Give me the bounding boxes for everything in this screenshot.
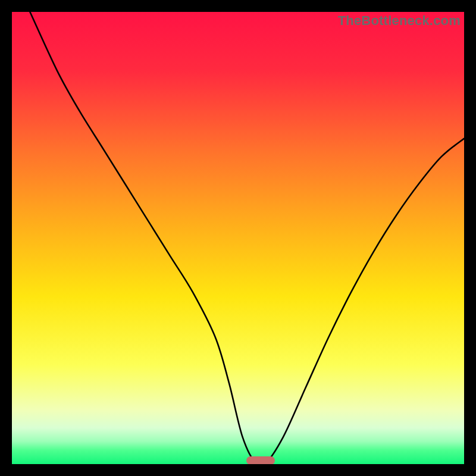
optimal-marker bbox=[246, 456, 275, 464]
watermark-text: TheBottleneck.com bbox=[338, 13, 461, 29]
chart-frame: TheBottleneck.com bbox=[0, 0, 476, 476]
bottleneck-curve bbox=[30, 12, 464, 464]
curve-layer bbox=[12, 12, 464, 464]
plot-area: TheBottleneck.com bbox=[12, 12, 464, 464]
